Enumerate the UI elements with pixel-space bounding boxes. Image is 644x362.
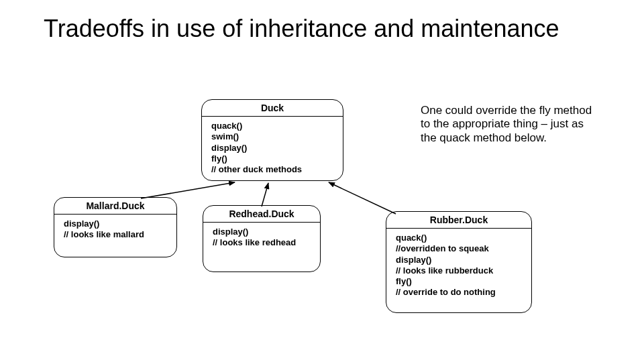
svg-line-0 [141,182,235,198]
uml-class-name: Rubber.Duck [386,212,531,229]
uml-class-mallard: Mallard.Duck display() // looks like mal… [54,197,177,257]
uml-class-redhead: Redhead.Duck display() // looks like red… [203,205,321,272]
uml-class-duck: Duck quack() swim() display() fly() // o… [201,99,343,181]
uml-class-body: display() // looks like mallard [54,215,176,247]
uml-class-body: quack() swim() display() fly() // other … [202,117,343,181]
uml-class-name: Mallard.Duck [54,198,176,215]
uml-class-body: quack() //overridden to squeak display()… [386,229,531,305]
uml-class-name: Redhead.Duck [203,206,320,223]
svg-line-2 [329,182,396,214]
uml-class-body: display() // looks like redhead [203,223,320,255]
slide: Tradeoffs in use of inheritance and main… [0,0,644,362]
svg-line-1 [262,183,268,206]
inheritance-arrows [0,0,644,362]
annotation-text: One could override the fly method to the… [421,104,598,145]
uml-class-rubber: Rubber.Duck quack() //overridden to sque… [386,211,532,313]
slide-title: Tradeoffs in use of inheritance and main… [44,15,594,42]
uml-class-name: Duck [202,100,343,117]
